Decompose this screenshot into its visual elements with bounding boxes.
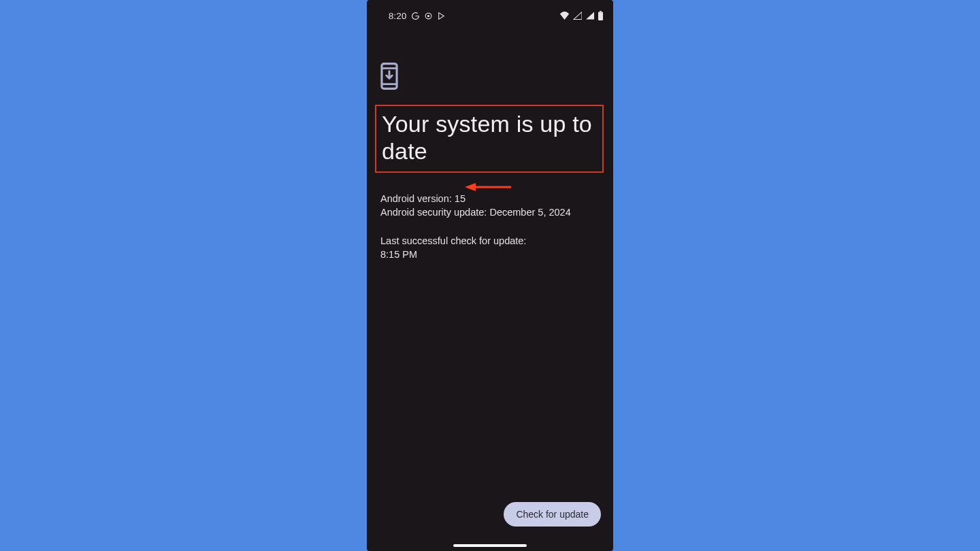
signal-empty-icon (573, 12, 582, 20)
android-version-value: 15 (455, 193, 466, 204)
page-title: Your system is up to date (382, 110, 597, 165)
title-highlight-box: Your system is up to date (375, 105, 604, 173)
google-g-icon (411, 12, 420, 20)
play-store-icon (437, 12, 446, 20)
last-check-block: Last successful check for update: 8:15 P… (380, 234, 600, 261)
gesture-nav-handle[interactable] (453, 544, 527, 547)
last-check-label: Last successful check for update: (380, 234, 600, 248)
signal-icon (585, 12, 594, 20)
status-left: 8:20 (389, 11, 446, 21)
check-for-update-button[interactable]: Check for update (504, 502, 601, 527)
phone-frame: 8:20 (367, 0, 613, 551)
security-update-line: Android security update: December 5, 202… (380, 205, 600, 219)
last-check-time: 8:15 PM (380, 248, 600, 261)
version-info-block: Android version: 15 Android security upd… (380, 192, 600, 219)
svg-rect-3 (600, 11, 602, 12)
android-version-line: Android version: 15 (380, 192, 600, 205)
target-icon (424, 12, 433, 20)
android-version-label: Android version: (380, 193, 455, 204)
svg-rect-2 (598, 12, 603, 20)
wifi-icon (559, 12, 570, 20)
security-update-label: Android security update: (380, 207, 489, 218)
status-right (559, 11, 604, 20)
status-bar: 8:20 (367, 0, 613, 26)
security-update-value: December 5, 2024 (489, 207, 570, 218)
battery-icon (598, 11, 604, 20)
status-time: 8:20 (389, 11, 407, 21)
system-update-content: Your system is up to date Android versio… (367, 26, 613, 261)
phone-download-icon (380, 63, 600, 93)
svg-point-1 (427, 14, 429, 16)
